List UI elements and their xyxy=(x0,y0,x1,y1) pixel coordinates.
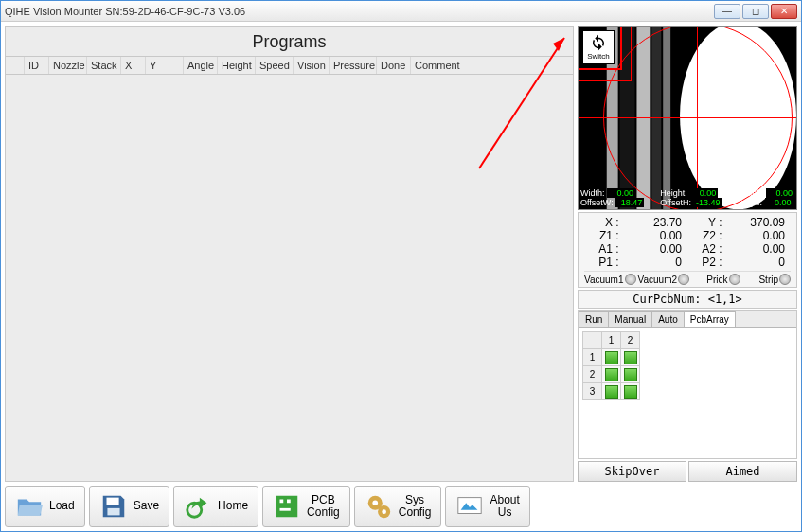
about-icon xyxy=(455,492,484,521)
titlebar: QIHE Vision Mounter SN:59-2D-46-CF-9C-73… xyxy=(1,1,801,22)
save-button[interactable]: Save xyxy=(89,486,169,527)
pcb-config-button[interactable]: PCB Config xyxy=(262,486,350,527)
programs-panel: Programs ID Nozzle Stack X Y Angle Heigh… xyxy=(5,26,574,482)
home-button[interactable]: Home xyxy=(173,486,258,527)
minimize-button[interactable]: — xyxy=(714,4,740,19)
load-button[interactable]: Load xyxy=(5,486,85,527)
programs-grid[interactable] xyxy=(6,75,573,481)
cur-pcb-num: CurPcbNum: <1,1> xyxy=(578,290,797,309)
svg-rect-10 xyxy=(107,508,119,516)
sys-config-button[interactable]: Sys Config xyxy=(354,486,442,527)
svg-rect-12 xyxy=(276,496,298,518)
save-icon xyxy=(99,492,128,521)
refresh-icon xyxy=(589,34,608,51)
tab-manual[interactable]: Manual xyxy=(608,311,652,327)
vacuum2-led[interactable] xyxy=(678,274,689,285)
coordinates-panel: X:23.70 Y:370.09 Z1:0.00 Z2:0.00 A1:0.00… xyxy=(578,212,797,288)
pcb-array-table[interactable]: 12 1 2 3 xyxy=(582,331,640,400)
vacuum1-led[interactable] xyxy=(625,274,636,285)
svg-rect-20 xyxy=(458,498,481,514)
svg-rect-15 xyxy=(280,508,291,511)
toolbar: Load Save Home PCB Config Sys Config Abo… xyxy=(5,484,797,527)
vision-preview: Switch Width: 0.00 OffsetW: 18.47 Height… xyxy=(578,26,797,210)
maximize-button[interactable]: ◻ xyxy=(742,4,769,19)
svg-rect-14 xyxy=(287,500,291,504)
gear-icon xyxy=(365,492,393,521)
tab-panel: Run Manual Auto PcbArray 12 1 2 3 xyxy=(578,310,797,459)
aimed-button[interactable]: Aimed xyxy=(688,461,797,482)
folder-open-icon xyxy=(15,492,44,521)
prick-led[interactable] xyxy=(729,274,740,285)
about-button[interactable]: About Us xyxy=(445,486,529,527)
svg-point-19 xyxy=(382,509,386,514)
skipover-button[interactable]: SkipOver xyxy=(578,461,686,482)
switch-button[interactable]: Switch xyxy=(582,30,615,64)
pcb-icon xyxy=(273,492,301,521)
svg-point-17 xyxy=(372,500,378,505)
close-button[interactable]: ✕ xyxy=(771,4,797,19)
tab-pcbarray[interactable]: PcbArray xyxy=(684,311,736,327)
svg-rect-13 xyxy=(280,500,284,504)
home-arrow-icon xyxy=(184,492,212,521)
strip-led[interactable] xyxy=(779,274,791,285)
window-title: QIHE Vision Mounter SN:59-2D-46-CF-9C-73… xyxy=(5,6,245,17)
programs-title: Programs xyxy=(6,27,573,56)
vision-info: Width: 0.00 OffsetW: 18.47 Height: 0.00 … xyxy=(580,188,794,207)
tab-auto[interactable]: Auto xyxy=(651,311,685,327)
tab-run[interactable]: Run xyxy=(579,311,609,327)
pcbarray-body: 12 1 2 3 xyxy=(579,327,796,458)
svg-rect-9 xyxy=(106,498,118,505)
programs-header: ID Nozzle Stack X Y Angle Height Speed V… xyxy=(6,56,573,75)
